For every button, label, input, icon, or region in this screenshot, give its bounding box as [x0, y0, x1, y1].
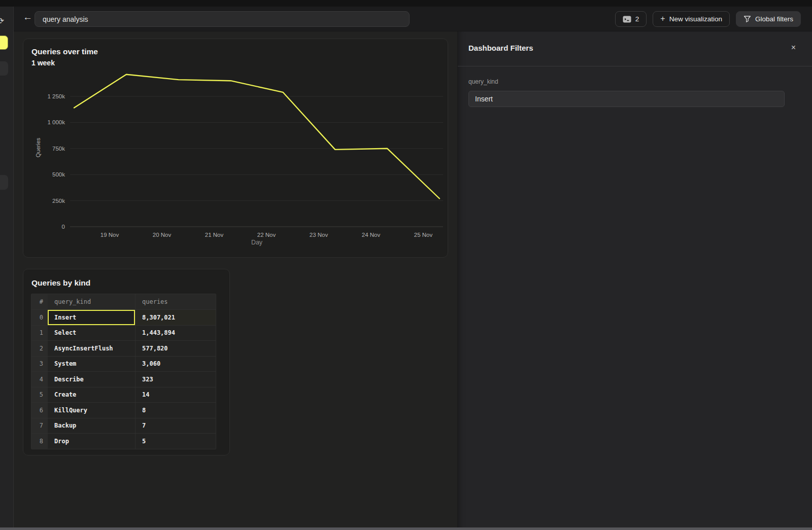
table-title: Queries by kind — [31, 278, 90, 288]
y-tick-label: 250k — [52, 198, 65, 204]
queries-cell[interactable]: 8,307,021 — [135, 310, 217, 325]
query-kind-filter-value: Insert — [475, 95, 493, 103]
x-tick-label: 20 Nov — [153, 232, 172, 238]
y-tick-label: 750k — [52, 146, 65, 152]
queries-cell[interactable]: 577,820 — [135, 341, 217, 356]
query-kind-cell[interactable]: Create — [48, 387, 135, 403]
row-index-cell: 7 — [31, 418, 48, 434]
table-row: 6KillQuery8 — [31, 402, 216, 418]
row-index-cell: 6 — [31, 403, 48, 418]
queries-cell[interactable]: 1,443,894 — [135, 326, 217, 341]
queries-line-chart[interactable]: 0250k500k750k1 000k1 250k19 Nov20 Nov21 … — [23, 39, 449, 258]
plus-icon: + — [660, 15, 665, 23]
y-tick-label: 1 000k — [47, 119, 65, 125]
x-tick-label: 19 Nov — [100, 232, 119, 238]
y-tick-label: 500k — [52, 171, 65, 178]
table-row: 7Backup7 — [31, 418, 216, 434]
panel-divider — [458, 66, 812, 66]
chart-title: Queries over time — [31, 47, 98, 56]
query-kind-cell[interactable]: Describe — [48, 372, 135, 387]
topbar: ← 2 + New visualization Global filters — [14, 7, 812, 31]
window-bottom-edge — [0, 527, 812, 530]
sidebar-item[interactable] — [0, 61, 8, 76]
query-kind-cell[interactable]: Insert — [48, 310, 135, 325]
filter-field-label: query_kind — [468, 78, 498, 85]
query-kind-cell[interactable]: System — [48, 357, 135, 372]
query-kind-cell[interactable]: Select — [48, 326, 135, 341]
query-kind-cell[interactable]: Drop — [48, 434, 135, 449]
row-index-cell: 8 — [31, 434, 48, 449]
console-tab-count: 2 — [635, 15, 639, 23]
console-tabs-button[interactable]: 2 — [615, 11, 647, 27]
header-cell-index: # — [31, 294, 48, 309]
table-row: 5Create14 — [31, 387, 216, 403]
table-header-row: #query_kindqueries — [31, 294, 216, 309]
global-filters-button[interactable]: Global filters — [736, 11, 801, 27]
row-index-cell: 1 — [31, 326, 48, 341]
queries-series-line — [74, 75, 439, 199]
chart-subtitle: 1 week — [31, 59, 55, 67]
queries-cell[interactable]: 3,060 — [135, 357, 217, 372]
table-row: 1Select1,443,894 — [31, 325, 216, 341]
row-index-cell: 2 — [31, 341, 48, 356]
x-tick-label: 21 Nov — [205, 232, 224, 238]
table-row: 4Describe323 — [31, 371, 216, 387]
back-button[interactable]: ← — [21, 10, 35, 24]
query-kind-cell[interactable]: Backup — [48, 418, 135, 434]
funnel-icon — [743, 15, 751, 23]
sidebar-item-active[interactable] — [0, 36, 8, 50]
console-icon — [623, 16, 631, 23]
table-row: 0Insert8,307,021 — [31, 309, 216, 325]
queries-cell[interactable]: 7 — [135, 418, 217, 434]
table-row: 2AsyncInsertFlush577,820 — [31, 340, 216, 356]
row-index-cell: 5 — [31, 387, 48, 403]
filters-panel-title: Dashboard Filters — [468, 44, 533, 52]
left-sidebar: ⟳ — [0, 7, 14, 530]
row-index-cell: 3 — [31, 357, 48, 372]
row-index-cell: 0 — [31, 310, 48, 325]
x-tick-label: 24 Nov — [362, 232, 381, 238]
queries-cell[interactable]: 5 — [135, 434, 217, 449]
y-tick-label: 1 250k — [47, 93, 65, 99]
close-icon[interactable]: × — [790, 43, 797, 53]
queries-over-time-card: 0250k500k750k1 000k1 250k19 Nov20 Nov21 … — [23, 39, 448, 258]
new-visualization-label: New visualization — [669, 15, 722, 23]
topbar-actions: 2 + New visualization Global filters — [615, 9, 801, 29]
global-filters-label: Global filters — [755, 15, 793, 23]
dashboard-filters-panel: Dashboard Filters × query_kind Insert — [457, 31, 812, 530]
y-tick-label: 0 — [62, 224, 65, 230]
queries-cell[interactable]: 323 — [135, 372, 217, 387]
x-tick-label: 22 Nov — [257, 232, 276, 238]
queries-by-kind-table: #query_kindqueries0Insert8,307,0211Selec… — [31, 294, 216, 449]
queries-cell[interactable]: 14 — [135, 387, 217, 403]
header-cell-queries: queries — [135, 294, 217, 309]
y-axis-title: Queries — [35, 137, 41, 157]
dashboard-title-input[interactable] — [35, 11, 410, 27]
table-row: 3System3,060 — [31, 356, 216, 372]
refresh-icon[interactable]: ⟳ — [0, 16, 4, 26]
header-cell-query-kind: query_kind — [48, 294, 135, 309]
window-chrome-strip — [0, 0, 812, 7]
query-kind-cell[interactable]: KillQuery — [48, 403, 135, 418]
query-kind-filter-input[interactable]: Insert — [468, 91, 785, 107]
app-window: ⟳ ← 2 + New visualization — [0, 0, 812, 530]
query-kind-cell[interactable]: AsyncInsertFlush — [48, 341, 135, 356]
new-visualization-button[interactable]: + New visualization — [653, 11, 730, 27]
table-row: 8Drop5 — [31, 433, 216, 449]
row-index-cell: 4 — [31, 372, 48, 387]
queries-cell[interactable]: 8 — [135, 403, 217, 418]
x-axis-title: Day — [251, 239, 263, 246]
queries-by-kind-card: Queries by kind #query_kindqueries0Inser… — [23, 269, 230, 455]
x-tick-label: 23 Nov — [310, 232, 328, 238]
sidebar-item[interactable] — [0, 175, 8, 190]
x-tick-label: 25 Nov — [414, 232, 433, 238]
